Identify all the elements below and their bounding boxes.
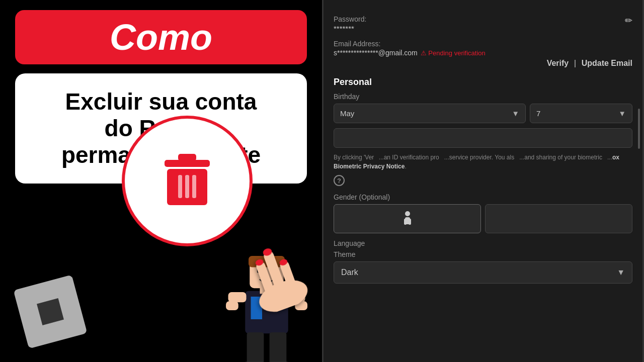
language-label: Language — [334, 239, 632, 247]
gender-option-2-btn[interactable] — [485, 204, 632, 233]
svg-rect-33 — [409, 219, 411, 225]
edit-icon[interactable]: ✏ — [625, 15, 632, 26]
update-email-link[interactable]: Update Email — [582, 59, 632, 67]
gender-label: Gender (Optional) — [334, 193, 632, 201]
pending-badge: ⚠ Pending verification — [421, 49, 486, 57]
svg-rect-20 — [178, 175, 182, 198]
day-chevron-icon: ▼ — [618, 109, 626, 118]
birthday-select-row: May ▼ 7 ▼ — [334, 104, 632, 123]
svg-rect-13 — [247, 332, 264, 362]
svg-rect-17 — [165, 160, 210, 167]
day-value: 7 — [536, 109, 540, 118]
scrollbar[interactable] — [638, 109, 640, 149]
verify-row: Verify | Update Email — [334, 59, 632, 68]
svg-rect-9 — [228, 292, 247, 302]
password-label: Password: — [334, 15, 366, 23]
trash-circle — [122, 116, 253, 246]
svg-point-30 — [405, 211, 410, 216]
email-value: s***************@gmail.com — [334, 49, 418, 57]
svg-rect-18 — [178, 154, 196, 161]
month-select[interactable]: May ▼ — [334, 104, 526, 123]
gender-neutral-btn[interactable] — [334, 204, 481, 233]
theme-chevron-icon: ▼ — [617, 268, 625, 277]
trash-icon-overlay — [122, 116, 253, 246]
gender-options-row — [334, 204, 632, 233]
svg-rect-22 — [192, 175, 196, 198]
svg-rect-32 — [404, 219, 407, 225]
birthday-label: Birthday — [334, 93, 632, 101]
roblox-logo — [10, 272, 91, 352]
day-select[interactable]: 7 ▼ — [530, 104, 632, 123]
svg-rect-14 — [270, 332, 287, 362]
svg-rect-11 — [226, 301, 238, 310]
month-chevron-icon: ▼ — [512, 109, 519, 118]
verify-link[interactable]: Verify — [547, 59, 569, 67]
theme-value: Dark — [341, 268, 358, 277]
month-value: May — [340, 109, 354, 118]
email-label: Email Address: — [334, 40, 632, 48]
separator: | — [574, 59, 576, 67]
password-row: Password: ******* ✏ — [334, 8, 632, 33]
verify-body-text: By clicking 'Ver......an ID verification… — [334, 153, 632, 171]
theme-label: Theme — [334, 250, 632, 258]
como-title: Como — [110, 17, 212, 57]
year-input[interactable] — [334, 128, 632, 148]
left-panel: Como Excluir sua conta do Roblox permane… — [0, 0, 322, 362]
theme-select[interactable]: Dark ▼ — [334, 261, 632, 284]
como-banner: Como — [15, 10, 307, 64]
email-section: Email Address: s***************@gmail.co… — [334, 40, 632, 68]
help-icon[interactable]: ? — [334, 175, 345, 186]
personal-section-header: Personal — [334, 77, 632, 87]
svg-rect-21 — [185, 175, 189, 198]
phone-screen: Password: ******* ✏ Email Address: s****… — [324, 0, 642, 362]
password-value: ******* — [334, 24, 366, 33]
right-panel: Password: ******* ✏ Email Address: s****… — [322, 0, 644, 362]
